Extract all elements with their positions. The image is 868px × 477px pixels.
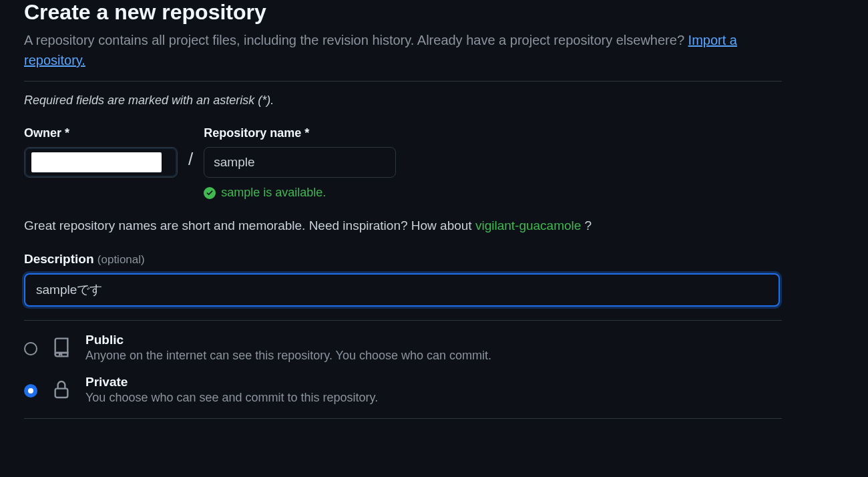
subtitle-text: A repository contains all project files,… bbox=[24, 33, 688, 47]
owner-label: Owner * bbox=[24, 126, 178, 140]
divider bbox=[24, 81, 782, 82]
description-label-text: Description bbox=[24, 252, 97, 266]
naming-hint: Great repository names are short and mem… bbox=[24, 218, 782, 233]
repo-name-input[interactable] bbox=[204, 147, 396, 178]
visibility-public-option[interactable]: Public Anyone on the internet can see th… bbox=[24, 333, 782, 363]
description-label: Description (optional) bbox=[24, 252, 782, 267]
private-title: Private bbox=[85, 375, 378, 389]
repo-icon bbox=[51, 337, 72, 358]
description-input[interactable] bbox=[24, 273, 780, 307]
owner-avatar-placeholder bbox=[31, 152, 162, 172]
public-description: Anyone on the internet can see this repo… bbox=[85, 349, 491, 363]
lock-icon bbox=[51, 379, 72, 400]
divider bbox=[24, 418, 782, 419]
public-title: Public bbox=[85, 333, 491, 347]
hint-after: ? bbox=[585, 218, 592, 232]
slash-separator: / bbox=[188, 149, 193, 170]
radio-private[interactable] bbox=[24, 384, 37, 398]
radio-public[interactable] bbox=[24, 342, 37, 355]
visibility-private-option[interactable]: Private You choose who can see and commi… bbox=[24, 375, 782, 405]
availability-status: sample is available. bbox=[204, 186, 396, 200]
page-subtitle: A repository contains all project files,… bbox=[24, 30, 782, 70]
svg-rect-0 bbox=[55, 389, 68, 398]
optional-text: (optional) bbox=[97, 253, 145, 266]
private-description: You choose who can see and commit to thi… bbox=[85, 391, 378, 405]
page-title: Create a new repository bbox=[24, 0, 782, 25]
hint-before: Great repository names are short and mem… bbox=[24, 218, 475, 232]
required-fields-note: Required fields are marked with an aster… bbox=[24, 94, 782, 108]
check-circle-icon bbox=[204, 187, 216, 199]
name-suggestion[interactable]: vigilant-guacamole bbox=[475, 218, 581, 232]
owner-select[interactable] bbox=[24, 147, 178, 178]
repo-name-label: Repository name * bbox=[204, 126, 396, 140]
availability-text: sample is available. bbox=[221, 186, 326, 200]
divider bbox=[24, 320, 782, 321]
